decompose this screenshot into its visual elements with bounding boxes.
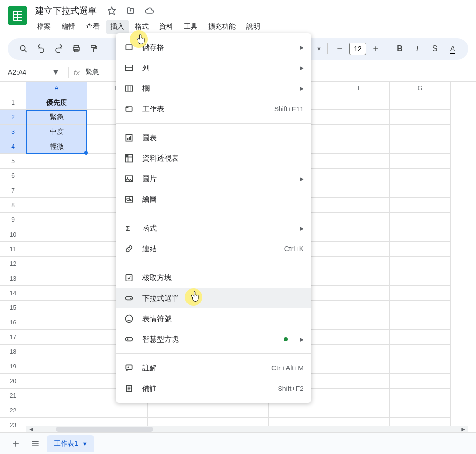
cell[interactable] <box>390 257 451 271</box>
cell[interactable]: 緊急 <box>26 110 87 125</box>
cell[interactable] <box>329 345 390 359</box>
move-icon[interactable] <box>124 4 137 17</box>
menu-item-link[interactable]: 連結Ctrl+K <box>116 238 311 259</box>
cell[interactable] <box>390 389 451 403</box>
cell[interactable] <box>390 315 451 330</box>
sheet-tab[interactable]: 工作表1 ▼ <box>47 435 94 452</box>
cell[interactable] <box>26 403 87 418</box>
cell[interactable] <box>390 286 451 301</box>
cell[interactable] <box>390 125 451 139</box>
cell[interactable]: 輕微 <box>26 139 87 154</box>
cell[interactable] <box>390 330 451 345</box>
cell[interactable] <box>329 139 390 154</box>
cell[interactable] <box>329 315 390 330</box>
cell[interactable] <box>26 271 87 286</box>
row-header[interactable]: 22 <box>0 403 26 418</box>
cell[interactable] <box>329 95 390 110</box>
star-icon[interactable] <box>106 4 118 17</box>
cell[interactable] <box>329 154 390 169</box>
row-header[interactable]: 14 <box>0 286 26 301</box>
cell[interactable] <box>26 389 87 403</box>
cell[interactable] <box>208 403 269 418</box>
menu-格式[interactable]: 格式 <box>130 20 153 34</box>
cell[interactable] <box>390 345 451 359</box>
menu-item-emoji[interactable]: 表情符號 <box>116 308 311 329</box>
menu-item-comment[interactable]: 註解Ctrl+Alt+M <box>116 358 311 378</box>
cell[interactable] <box>26 374 87 389</box>
italic-icon[interactable]: I <box>410 41 425 57</box>
row-header[interactable]: 7 <box>0 183 26 198</box>
cell[interactable] <box>329 125 390 139</box>
cell[interactable] <box>329 374 390 389</box>
font-size-input[interactable] <box>349 43 366 55</box>
text-color-icon[interactable]: A <box>445 41 460 57</box>
menu-item-note[interactable]: 備註Shift+F2 <box>116 378 311 399</box>
cell[interactable] <box>329 403 390 418</box>
cell[interactable] <box>390 169 451 183</box>
row-header[interactable]: 23 <box>0 418 26 432</box>
col-header[interactable]: F <box>329 82 390 95</box>
horizontal-scrollbar[interactable]: ◄ ► <box>26 426 468 432</box>
cell[interactable] <box>329 213 390 227</box>
sheet-tab-dropdown-icon[interactable]: ▼ <box>82 441 87 447</box>
row-header[interactable]: 18 <box>0 345 26 359</box>
cell[interactable] <box>26 359 87 374</box>
cell[interactable] <box>87 403 148 418</box>
menu-item-pivot[interactable]: 資料透視表 <box>116 148 311 169</box>
menu-查看[interactable]: 查看 <box>81 20 105 34</box>
row-header[interactable]: 20 <box>0 374 26 389</box>
cell[interactable] <box>26 213 87 227</box>
cell[interactable] <box>329 286 390 301</box>
menu-item-cells[interactable]: 儲存格▶ <box>116 37 311 58</box>
cell[interactable] <box>329 198 390 213</box>
name-box[interactable] <box>4 66 48 78</box>
dropdown-arrow-icon[interactable]: ▼ <box>316 46 322 52</box>
cell[interactable] <box>390 95 451 110</box>
cell[interactable] <box>329 330 390 345</box>
menu-item-drawing[interactable]: 繪圖 <box>116 189 311 210</box>
cell[interactable] <box>26 301 87 315</box>
row-header[interactable]: 19 <box>0 359 26 374</box>
col-header[interactable]: A <box>26 82 87 95</box>
menu-插入[interactable]: 插入 <box>106 20 129 34</box>
menu-資料[interactable]: 資料 <box>154 20 178 34</box>
row-header[interactable]: 2 <box>0 110 26 125</box>
menu-工具[interactable]: 工具 <box>179 20 202 34</box>
menu-item-image[interactable]: 圖片▶ <box>116 169 311 189</box>
fx-icon[interactable]: fx <box>74 68 80 77</box>
menu-item-fx[interactable]: Σ函式▶ <box>116 218 311 238</box>
cell[interactable] <box>148 403 208 418</box>
sheets-logo[interactable] <box>8 6 27 25</box>
menu-擴充功能[interactable]: 擴充功能 <box>203 20 240 34</box>
cell[interactable] <box>390 139 451 154</box>
font-size-increase-icon[interactable] <box>368 41 384 57</box>
search-icon[interactable] <box>16 41 31 57</box>
cell[interactable] <box>390 374 451 389</box>
row-header[interactable]: 1 <box>0 95 26 110</box>
menu-item-checkbox[interactable]: 核取方塊 <box>116 267 311 288</box>
cell[interactable] <box>26 198 87 213</box>
menu-item-chart[interactable]: 圖表 <box>116 128 311 148</box>
cell[interactable]: 中度 <box>26 125 87 139</box>
select-all-corner[interactable] <box>0 82 26 95</box>
scroll-left-icon[interactable]: ◄ <box>26 426 36 432</box>
row-header[interactable]: 15 <box>0 301 26 315</box>
cell[interactable] <box>26 227 87 242</box>
cell[interactable] <box>390 213 451 227</box>
strikethrough-icon[interactable]: S <box>427 41 443 57</box>
row-header[interactable]: 4 <box>0 139 26 154</box>
cell[interactable] <box>390 242 451 257</box>
cell[interactable] <box>390 359 451 374</box>
cell[interactable] <box>26 183 87 198</box>
row-header[interactable]: 10 <box>0 227 26 242</box>
cell[interactable] <box>329 257 390 271</box>
cell[interactable] <box>26 257 87 271</box>
cell[interactable] <box>390 271 451 286</box>
menu-item-cols[interactable]: 欄▶ <box>116 78 311 99</box>
row-header[interactable]: 11 <box>0 242 26 257</box>
cell[interactable] <box>329 271 390 286</box>
cloud-icon[interactable] <box>143 4 156 18</box>
redo-icon[interactable] <box>51 41 66 57</box>
doc-title[interactable]: 建立下拉式選單 <box>32 4 100 18</box>
cell[interactable] <box>26 345 87 359</box>
